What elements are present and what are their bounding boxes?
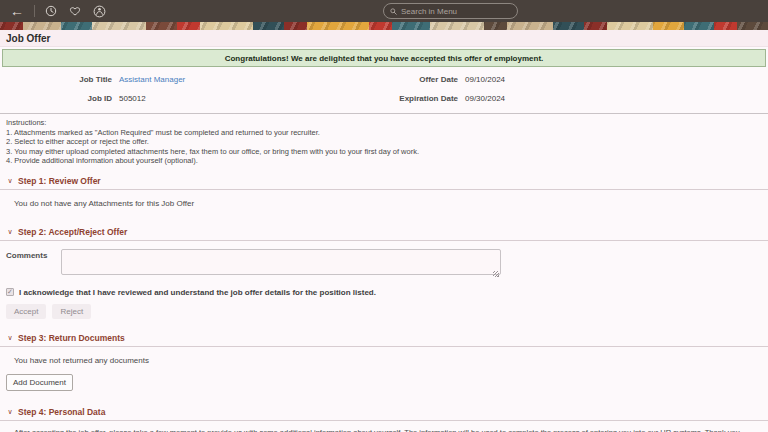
job-title-row: Job Title Assistant Manager — [0, 73, 380, 86]
step4-header[interactable]: Step 4: Personal Data — [0, 404, 768, 421]
instructions-block: Instructions: 1. Attachments marked as "… — [0, 114, 768, 166]
step4-section: Step 4: Personal Data After accepting th… — [0, 404, 768, 432]
step3-empty-text: You have not returned any documents — [0, 347, 768, 365]
decorative-banner-strip — [0, 22, 768, 30]
expiration-date-value: 09/30/2024 — [465, 94, 505, 103]
offer-date-row: Offer Date 09/10/2024 — [380, 73, 760, 86]
page-header: Job Offer — [0, 30, 768, 47]
reject-button[interactable]: Reject — [52, 304, 91, 319]
acknowledge-text: I acknowledge that I have reviewed and u… — [19, 288, 376, 297]
back-button[interactable]: ← — [8, 2, 26, 20]
global-search[interactable] — [383, 3, 518, 19]
chevron-down-icon — [6, 228, 14, 236]
step2-header[interactable]: Step 2: Accept/Reject Offer — [0, 224, 768, 241]
step1-title: Step 1: Review Offer — [18, 176, 101, 186]
person-circle-icon — [93, 5, 106, 18]
confirmation-banner: Congratulations! We are delighted that y… — [2, 49, 766, 67]
recent-history-button[interactable] — [42, 2, 60, 20]
instruction-line: 3. You may either upload completed attac… — [6, 147, 762, 157]
search-input[interactable] — [401, 7, 511, 16]
offer-summary: Job Title Assistant Manager Job ID 50501… — [0, 67, 768, 114]
job-title-link[interactable]: Assistant Manager — [119, 75, 185, 84]
job-id-label: Job ID — [0, 94, 112, 103]
add-document-button[interactable]: Add Document — [6, 374, 73, 391]
job-id-row: Job ID 505012 — [0, 92, 380, 105]
step3-section: Step 3: Return Documents You have not re… — [0, 330, 768, 391]
topbar: ← — [0, 0, 768, 22]
heart-icon — [69, 5, 81, 17]
comments-textarea[interactable] — [61, 249, 501, 275]
expiration-date-row: Expiration Date 09/30/2024 — [380, 92, 760, 105]
step2-title: Step 2: Accept/Reject Offer — [18, 227, 127, 237]
offer-date-value: 09/10/2024 — [465, 75, 505, 84]
clock-icon — [45, 5, 57, 17]
search-icon — [390, 7, 397, 16]
step1-empty-text: You do not have any Attachments for this… — [0, 190, 768, 208]
instruction-line: 2. Select to either accept or reject the… — [6, 137, 762, 147]
step2-section: Step 2: Accept/Reject Offer Comments I a… — [0, 224, 768, 319]
instruction-line: 1. Attachments marked as "Action Require… — [6, 128, 762, 138]
acknowledge-checkbox[interactable] — [6, 288, 14, 296]
job-id-value: 505012 — [119, 94, 146, 103]
accessibility-button[interactable] — [90, 2, 108, 20]
step3-title: Step 3: Return Documents — [18, 333, 125, 343]
back-arrow-icon: ← — [10, 4, 24, 18]
offer-date-label: Offer Date — [380, 75, 458, 84]
comments-row: Comments — [0, 241, 768, 279]
confirmation-banner-text: Congratulations! We are delighted that y… — [225, 54, 544, 63]
instruction-line: 4. Provide additional information about … — [6, 156, 762, 166]
step3-header[interactable]: Step 3: Return Documents — [0, 330, 768, 347]
step1-header[interactable]: Step 1: Review Offer — [0, 173, 768, 190]
chevron-down-icon — [6, 408, 14, 416]
accept-button[interactable]: Accept — [6, 304, 46, 319]
instructions-title: Instructions: — [6, 118, 762, 128]
comments-label: Comments — [6, 251, 47, 260]
favorites-button[interactable] — [66, 2, 84, 20]
accept-reject-buttons: Accept Reject — [0, 297, 768, 319]
chevron-down-icon — [6, 334, 14, 342]
expiration-date-label: Expiration Date — [380, 94, 458, 103]
chevron-down-icon — [6, 177, 14, 185]
job-title-label: Job Title — [0, 75, 112, 84]
topbar-divider — [34, 5, 35, 17]
page-title: Job Offer — [6, 33, 50, 44]
step4-description: After accepting the job offer, please ta… — [0, 421, 768, 432]
step4-title: Step 4: Personal Data — [18, 407, 105, 417]
step1-section: Step 1: Review Offer You do not have any… — [0, 173, 768, 208]
acknowledge-row: I acknowledge that I have reviewed and u… — [0, 279, 768, 297]
